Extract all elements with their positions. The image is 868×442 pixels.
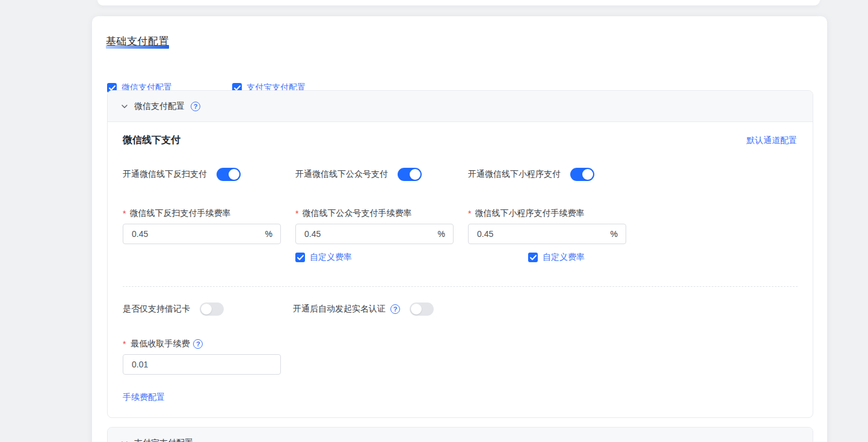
reverse-scan-pay-toggle[interactable] <box>217 168 241 181</box>
wechat-pay-config-panel: 微信支付配置 ? 微信线下支付 默认通道配置 开通微信线下反扫支付 开通微信线下… <box>107 90 813 418</box>
field-label-text: 微信线下小程序支付手续费率 <box>475 208 584 219</box>
debit-card-only-toggle[interactable] <box>200 302 224 316</box>
alipay-panel-header[interactable]: 支付宝支付配置 <box>108 428 813 442</box>
mini-program-pay-toggle[interactable] <box>570 168 594 181</box>
required-asterisk: * <box>295 209 298 218</box>
default-channel-config-link[interactable]: 默认通道配置 <box>746 135 797 146</box>
mini-program-pay-toggle-label: 开通微信线下小程序支付 <box>468 169 561 180</box>
auto-realname-toggle-row: 开通后自动发起实名认证 ? <box>293 302 434 316</box>
required-asterisk: * <box>123 339 126 349</box>
offline-pay-section-title: 微信线下支付 <box>123 134 180 147</box>
toggle-knob <box>229 169 239 180</box>
chevron-down-icon[interactable] <box>121 440 128 442</box>
offline-pay-section-row: 微信线下支付 默认通道配置 <box>123 134 797 147</box>
min-fee-input[interactable] <box>123 360 280 369</box>
question-circle-icon[interactable]: ? <box>193 339 203 349</box>
wechat-panel-title: 微信支付配置 <box>134 101 185 112</box>
reverse-scan-pay-toggle-row: 开通微信线下反扫支付 <box>123 168 241 181</box>
official-account-rate-label: * 微信线下公众号支付手续费率 <box>295 208 411 219</box>
min-fee-input-wrap <box>123 354 281 375</box>
reverse-scan-rate-label: * 微信线下反扫支付手续费率 <box>123 208 230 219</box>
toggle-knob <box>201 304 212 315</box>
mini-program-rate-input-wrap: % <box>468 224 626 244</box>
official-account-pay-toggle[interactable] <box>398 168 422 181</box>
alipay-panel-title: 支付宝支付配置 <box>134 438 193 442</box>
percent-suffix: % <box>438 229 453 239</box>
toggle-knob <box>411 304 422 315</box>
official-account-rate-input[interactable] <box>296 229 438 239</box>
mini-program-custom-rate-checkbox[interactable]: 自定义费率 <box>528 252 585 263</box>
mini-program-rate-label: * 微信线下小程序支付手续费率 <box>468 208 584 219</box>
required-asterisk: * <box>123 209 126 218</box>
reverse-scan-pay-toggle-label: 开通微信线下反扫支付 <box>123 169 207 180</box>
auto-realname-toggle[interactable] <box>410 302 434 316</box>
previous-card-bottom-fragment <box>97 0 820 5</box>
toggle-knob <box>410 169 420 180</box>
official-account-rate-input-wrap: % <box>295 224 454 244</box>
page-title-wrap: 基础支付配置 <box>106 34 169 49</box>
question-circle-icon[interactable]: ? <box>191 102 200 111</box>
question-circle-icon[interactable]: ? <box>390 304 400 314</box>
checkbox-checked-icon[interactable] <box>528 253 538 262</box>
wechat-panel-body: 微信线下支付 默认通道配置 开通微信线下反扫支付 开通微信线下公众号支付 开通微… <box>108 122 813 418</box>
auto-realname-toggle-label: 开通后自动发起实名认证 <box>293 304 386 315</box>
fee-config-link[interactable]: 手续费配置 <box>123 392 165 403</box>
auto-realname-label-wrap: 开通后自动发起实名认证 ? <box>293 304 400 315</box>
mini-program-pay-toggle-row: 开通微信线下小程序支付 <box>468 168 594 181</box>
official-account-custom-rate-checkbox[interactable]: 自定义费率 <box>295 252 352 263</box>
dashed-divider <box>123 286 798 287</box>
chevron-down-icon[interactable] <box>121 103 128 110</box>
wechat-panel-header[interactable]: 微信支付配置 ? <box>108 91 813 122</box>
custom-rate-checkbox-label: 自定义费率 <box>543 252 585 263</box>
reverse-scan-rate-input[interactable] <box>123 229 265 239</box>
min-fee-label-row: * 最低收取手续费 ? <box>123 339 203 349</box>
page-title: 基础支付配置 <box>106 34 169 48</box>
official-account-pay-toggle-row: 开通微信线下公众号支付 <box>295 168 422 181</box>
custom-rate-checkbox-label: 自定义费率 <box>310 252 352 263</box>
min-fee-label: 最低收取手续费 <box>131 339 189 349</box>
percent-suffix: % <box>611 229 626 239</box>
percent-suffix: % <box>265 229 280 239</box>
debit-card-only-toggle-label: 是否仅支持借记卡 <box>123 304 190 315</box>
toggle-knob <box>582 169 593 180</box>
field-label-text: 微信线下反扫支付手续费率 <box>129 208 230 219</box>
debit-card-only-toggle-row: 是否仅支持借记卡 <box>123 302 224 316</box>
reverse-scan-rate-input-wrap: % <box>123 224 281 244</box>
checkbox-checked-icon[interactable] <box>295 253 305 262</box>
basic-payment-config-card: 基础支付配置 微信支付配置 支付宝支付配置 微信支付配置 ? 微信 <box>92 16 827 442</box>
alipay-config-panel: 支付宝支付配置 <box>107 427 813 442</box>
required-asterisk: * <box>468 209 471 218</box>
official-account-pay-toggle-label: 开通微信线下公众号支付 <box>295 169 388 180</box>
mini-program-rate-input[interactable] <box>469 229 611 239</box>
field-label-text: 微信线下公众号支付手续费率 <box>302 208 411 219</box>
